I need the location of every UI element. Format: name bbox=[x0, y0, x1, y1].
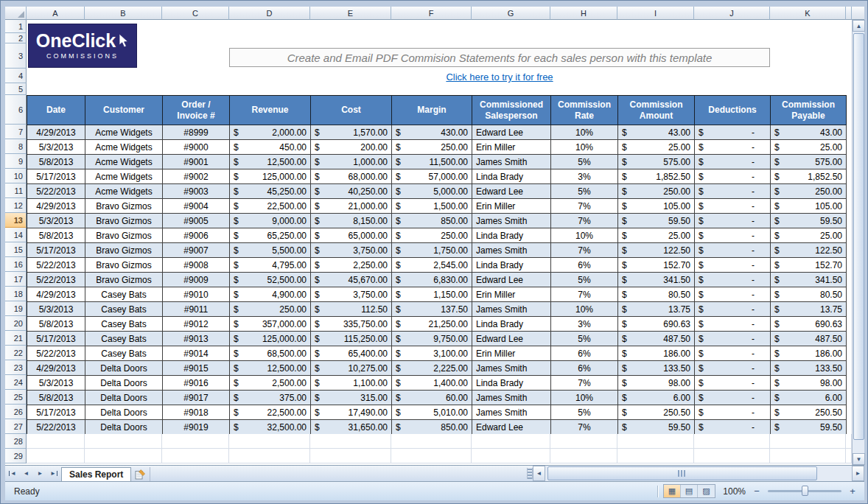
cell-amount[interactable]: $575.00 bbox=[618, 155, 695, 169]
cell-payable[interactable]: $13.75 bbox=[771, 302, 847, 317]
cell-cost[interactable]: $45,670.00 bbox=[311, 273, 392, 287]
cell-rate[interactable]: 5% bbox=[551, 184, 618, 199]
cell-margin[interactable]: $1,400.00 bbox=[392, 376, 472, 391]
cell-customer[interactable]: Acme Widgets bbox=[85, 140, 163, 155]
empty-cell[interactable] bbox=[770, 434, 846, 449]
zoom-slider-thumb[interactable] bbox=[802, 486, 808, 496]
cell-customer[interactable]: Bravo Gizmos bbox=[85, 228, 163, 243]
cell-revenue[interactable]: $250.00 bbox=[230, 302, 311, 317]
row-header-16[interactable]: 16 bbox=[5, 257, 27, 272]
cell-revenue[interactable]: $4,900.00 bbox=[230, 287, 311, 302]
cell-deductions[interactable]: $- bbox=[695, 332, 771, 346]
cell-invoice[interactable]: #8999 bbox=[163, 125, 230, 140]
cell-invoice[interactable]: #9010 bbox=[163, 287, 230, 302]
cell-payable[interactable]: $341.50 bbox=[771, 273, 847, 287]
zoom-slider[interactable] bbox=[768, 490, 841, 492]
cell-salesperson[interactable]: Edward Lee bbox=[472, 420, 551, 435]
cell-revenue[interactable]: $5,500.00 bbox=[230, 243, 311, 258]
cell-payable[interactable]: $25.00 bbox=[771, 140, 847, 155]
cell-salesperson[interactable]: James Smith bbox=[472, 361, 551, 376]
cell-margin[interactable]: $60.00 bbox=[392, 391, 472, 405]
row-header-1[interactable]: 1 bbox=[5, 20, 27, 33]
table-header-revenue[interactable]: Revenue bbox=[230, 96, 311, 125]
cell-rate[interactable]: 10% bbox=[551, 302, 618, 317]
cell-date[interactable]: 5/17/2013 bbox=[27, 332, 85, 346]
cell-amount[interactable]: $1,852.50 bbox=[618, 169, 695, 184]
cell-date[interactable]: 5/8/2013 bbox=[27, 228, 85, 243]
row-header-3[interactable]: 3 bbox=[5, 43, 27, 69]
row-header-24[interactable]: 24 bbox=[5, 375, 27, 390]
normal-view-button[interactable]: ▦ bbox=[664, 485, 681, 497]
cell-revenue[interactable]: $12,500.00 bbox=[230, 155, 311, 169]
empty-cell[interactable] bbox=[229, 449, 310, 463]
cell-rate[interactable]: 3% bbox=[551, 317, 618, 332]
cell-amount[interactable]: $250.00 bbox=[618, 184, 695, 199]
cell-date[interactable]: 5/3/2013 bbox=[27, 214, 85, 228]
row-header-21[interactable]: 21 bbox=[5, 331, 27, 346]
cell-rate[interactable]: 5% bbox=[551, 273, 618, 287]
cell-revenue[interactable]: $2,500.00 bbox=[230, 376, 311, 391]
column-header-A[interactable]: A bbox=[27, 7, 85, 20]
cell-salesperson[interactable]: James Smith bbox=[472, 391, 551, 405]
cell-amount[interactable]: $43.00 bbox=[618, 125, 695, 140]
cell-deductions[interactable]: $- bbox=[695, 376, 771, 391]
cell-customer[interactable]: Delta Doors bbox=[85, 420, 163, 435]
cell-revenue[interactable]: $125,000.00 bbox=[230, 169, 311, 184]
cell-revenue[interactable]: $65,250.00 bbox=[230, 228, 311, 243]
next-sheet-button[interactable]: ► bbox=[33, 466, 47, 481]
cell-cost[interactable]: $68,000.00 bbox=[311, 169, 392, 184]
cell-customer[interactable]: Bravo Gizmos bbox=[85, 273, 163, 287]
cell-revenue[interactable]: $2,000.00 bbox=[230, 125, 311, 140]
cell-rate[interactable]: 5% bbox=[551, 155, 618, 169]
cell-invoice[interactable]: #9006 bbox=[163, 228, 230, 243]
cell-rate[interactable]: 7% bbox=[551, 214, 618, 228]
row-header-28[interactable]: 28 bbox=[5, 434, 27, 449]
row-header-14[interactable]: 14 bbox=[5, 228, 27, 242]
cells-area[interactable]: OneClick COMMISSIONS Create and Email PD… bbox=[27, 20, 852, 463]
tab-split-handle[interactable] bbox=[527, 468, 533, 479]
cell-payable[interactable]: $575.00 bbox=[771, 155, 847, 169]
cell-rate[interactable]: 10% bbox=[551, 228, 618, 243]
cell-revenue[interactable]: $9,000.00 bbox=[230, 214, 311, 228]
cell-customer[interactable]: Casey Bats bbox=[85, 302, 163, 317]
row-header-20[interactable]: 20 bbox=[5, 316, 27, 331]
cell-payable[interactable]: $122.50 bbox=[771, 243, 847, 258]
cell-revenue[interactable]: $125,000.00 bbox=[230, 332, 311, 346]
cell-date[interactable]: 5/8/2013 bbox=[27, 391, 85, 405]
cell-amount[interactable]: $98.00 bbox=[618, 376, 695, 391]
column-header-H[interactable]: H bbox=[550, 7, 617, 20]
empty-cell[interactable] bbox=[472, 449, 550, 463]
cell-revenue[interactable]: $22,500.00 bbox=[230, 199, 311, 214]
empty-cell[interactable] bbox=[694, 434, 770, 449]
row-header-8[interactable]: 8 bbox=[5, 139, 27, 154]
cell-invoice[interactable]: #9016 bbox=[163, 376, 230, 391]
zoom-out-button[interactable]: − bbox=[751, 486, 763, 497]
table-header-salesperson[interactable]: Commissioned Salesperson bbox=[472, 96, 551, 125]
cell-deductions[interactable]: $- bbox=[695, 317, 771, 332]
cell-margin[interactable]: $5,010.00 bbox=[392, 405, 472, 420]
cell-amount[interactable]: $152.70 bbox=[618, 258, 695, 273]
cell-date[interactable]: 5/22/2013 bbox=[27, 258, 85, 273]
row-header-5[interactable]: 5 bbox=[5, 83, 27, 95]
cell-payable[interactable]: $105.00 bbox=[771, 199, 847, 214]
row-header-22[interactable]: 22 bbox=[5, 346, 27, 360]
cell-margin[interactable]: $2,225.00 bbox=[392, 361, 472, 376]
cell-salesperson[interactable]: Erin Miller bbox=[472, 140, 551, 155]
try-free-link[interactable]: Click here to try it for free bbox=[446, 71, 553, 83]
cell-customer[interactable]: Bravo Gizmos bbox=[85, 243, 163, 258]
empty-cell[interactable] bbox=[846, 449, 852, 463]
cell-cost[interactable]: $40,250.00 bbox=[311, 184, 392, 199]
cell-rate[interactable]: 7% bbox=[551, 376, 618, 391]
cell-amount[interactable]: $105.00 bbox=[618, 199, 695, 214]
cell-amount[interactable]: $487.50 bbox=[618, 332, 695, 346]
row-header-2[interactable]: 2 bbox=[5, 33, 27, 43]
cell-amount[interactable]: $250.50 bbox=[618, 405, 695, 420]
cell-revenue[interactable]: $45,250.00 bbox=[230, 184, 311, 199]
empty-cell[interactable] bbox=[391, 434, 472, 449]
row-header-13[interactable]: 13 bbox=[5, 213, 27, 228]
cell-rate[interactable]: 6% bbox=[551, 346, 618, 361]
row-header-11[interactable]: 11 bbox=[5, 183, 27, 198]
page-layout-view-button[interactable]: ▤ bbox=[681, 485, 698, 497]
cell-customer[interactable]: Casey Bats bbox=[85, 332, 163, 346]
row-header-23[interactable]: 23 bbox=[5, 360, 27, 375]
